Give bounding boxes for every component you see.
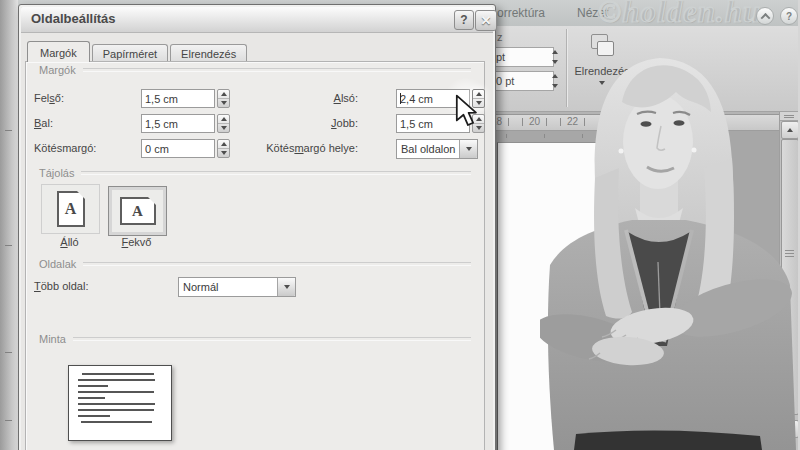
- preview-line: [78, 403, 155, 405]
- spin-down-icon: [221, 151, 227, 155]
- spin-down-button[interactable]: [218, 98, 229, 107]
- spin-down-icon: [221, 126, 227, 130]
- portrait-page-icon: A: [57, 191, 85, 227]
- fekvo-label: Fekvő: [108, 236, 165, 248]
- ribbon-group-label-fragment: z: [497, 31, 503, 43]
- felso-field-group: [141, 89, 230, 108]
- mouse-cursor: [455, 94, 477, 126]
- dropdown-icon: [466, 147, 472, 151]
- preview-group-header: Minta: [39, 333, 471, 345]
- ruler-number: 20: [529, 116, 540, 127]
- pages-group-label: Oldalak: [39, 258, 76, 270]
- bal-input[interactable]: [141, 114, 215, 133]
- preview-page: [68, 365, 172, 441]
- kotesmargo-label: Kötésmargó:: [34, 139, 139, 158]
- group-divider: [83, 68, 471, 72]
- combo-dropdown-button[interactable]: [277, 278, 295, 296]
- tobb-oldal-combo[interactable]: Normál: [178, 277, 296, 297]
- pages-group-header: Oldalak: [39, 258, 471, 270]
- dialog-tabs: Margók Papírméret Elrendezés: [27, 39, 249, 62]
- combo-dropdown-button[interactable]: [459, 140, 477, 158]
- group-divider: [81, 171, 471, 175]
- tobb-oldal-label: Több oldal:: [34, 277, 154, 296]
- group-divider: [73, 337, 471, 341]
- preview-line: [78, 379, 155, 381]
- kotesmargo-helye-combo[interactable]: Bal oldalon: [396, 139, 478, 159]
- help-icon: ?: [460, 13, 467, 27]
- margins-group-label: Margók: [39, 64, 76, 76]
- preview-line: [81, 421, 152, 423]
- kotesmargo-input[interactable]: [141, 139, 215, 158]
- kotesmargo-helye-value: Bal oldalon: [397, 140, 459, 158]
- vertical-ruler-strip: [0, 0, 18, 450]
- chevron-up-icon: [760, 12, 770, 22]
- preview-line: [78, 415, 110, 417]
- also-label: Alsó:: [256, 89, 358, 108]
- margins-group-header: Margók: [39, 64, 471, 76]
- orientation-group-header: Tájolás: [39, 167, 471, 179]
- spin-down-icon: [476, 126, 482, 130]
- jobb-label: Jobb:: [256, 114, 358, 133]
- ribbon-tab-korrektura[interactable]: orrektúra: [497, 6, 545, 20]
- felso-label: Felső:: [34, 89, 134, 108]
- dialog-titlebar[interactable]: Oldalbeállítás ? ✕: [21, 7, 493, 33]
- dialog-close-button[interactable]: ✕: [475, 10, 497, 31]
- kotesmargo-field-group: [141, 139, 230, 158]
- tab-papirmeret[interactable]: Papírméret: [92, 44, 168, 62]
- ribbon-collapse-button[interactable]: [756, 7, 774, 25]
- preview-line: [78, 397, 105, 399]
- felso-input[interactable]: [141, 89, 215, 108]
- screen: orrektúra Nézet ©holden.hu ? z pt 0 pt E…: [0, 0, 800, 450]
- spin-up-button[interactable]: [218, 90, 229, 98]
- spin-up-button[interactable]: [218, 115, 229, 123]
- preview-line: [82, 373, 154, 375]
- allo-label: Álló: [41, 236, 98, 248]
- text-caret: [400, 93, 401, 104]
- dialog-help-button[interactable]: ?: [454, 10, 474, 30]
- landscape-page-icon: A: [120, 197, 156, 225]
- preview-line: [78, 391, 154, 393]
- ruler-tick: [508, 118, 509, 126]
- tobb-oldal-value: Normál: [179, 278, 277, 296]
- felso-spinner[interactable]: [217, 89, 230, 108]
- close-icon: ✕: [481, 13, 492, 28]
- bal-field-group: [141, 114, 230, 133]
- spin-up-icon: [221, 142, 227, 146]
- spin-up-button[interactable]: [218, 140, 229, 148]
- ruler-tick: [522, 118, 523, 126]
- spin-down-button[interactable]: [218, 123, 229, 132]
- tab-elrendezes[interactable]: Elrendezés: [170, 44, 247, 62]
- kotesmargo-spinner[interactable]: [217, 139, 230, 158]
- bal-label: Bal:: [34, 114, 134, 133]
- help-icon: ?: [786, 11, 792, 22]
- spin-down-button[interactable]: [218, 148, 229, 157]
- presenter-photo: [540, 50, 800, 450]
- page-setup-dialog: Oldalbeállítás ? ✕ Margók Papírméret Elr…: [18, 4, 496, 450]
- orientation-group-label: Tájolás: [39, 167, 74, 179]
- preview-line: [78, 409, 154, 411]
- dropdown-icon: [284, 285, 290, 289]
- group-divider: [83, 262, 471, 266]
- preview-group-label: Minta: [39, 333, 66, 345]
- spin-up-icon: [221, 92, 227, 96]
- ruler-subtick: [506, 134, 507, 138]
- bal-spinner[interactable]: [217, 114, 230, 133]
- ribbon-help-button[interactable]: ?: [780, 7, 798, 25]
- dialog-title: Oldalbeállítás: [31, 11, 116, 26]
- spin-up-icon: [221, 117, 227, 121]
- tab-margok[interactable]: Margók: [27, 41, 90, 62]
- page-fold-icon: [77, 191, 85, 199]
- kotesmargo-helye-label: Kötésmargó helye:: [256, 139, 358, 158]
- spin-down-icon: [221, 101, 227, 105]
- preview-line: [78, 385, 108, 387]
- orientation-allo-option[interactable]: A: [41, 184, 100, 234]
- orientation-fekvo-option[interactable]: A: [108, 186, 167, 236]
- page-fold-icon: [148, 197, 156, 205]
